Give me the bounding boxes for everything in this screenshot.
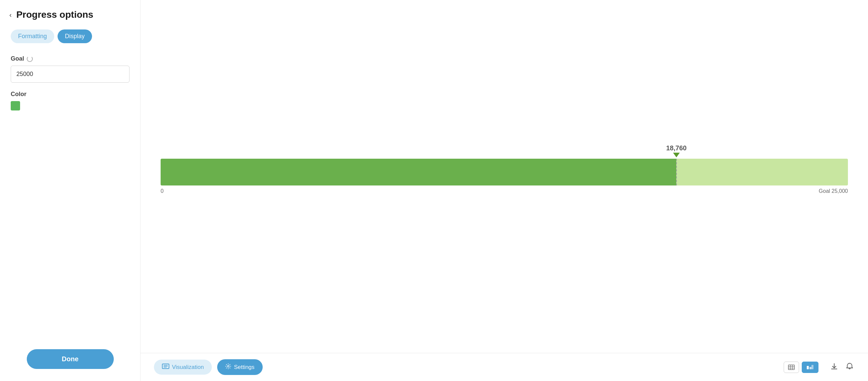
svg-rect-12 xyxy=(811,365,813,369)
visualization-label: Visualization xyxy=(172,364,204,371)
tab-display[interactable]: Display xyxy=(58,29,92,43)
axis-start-label: 0 xyxy=(161,188,164,194)
current-value-indicator: 18,760 xyxy=(666,144,687,157)
svg-point-4 xyxy=(227,365,229,367)
svg-rect-10 xyxy=(807,366,809,369)
progress-divider xyxy=(676,159,677,185)
left-panel: ‹ Progress options Formatting Display Go… xyxy=(0,0,141,381)
visualization-button[interactable]: Visualization xyxy=(154,359,212,375)
action-icons xyxy=(829,361,855,373)
svg-rect-5 xyxy=(788,365,795,370)
right-panel: 18,760 0 Goal 25,000 xyxy=(141,0,868,381)
color-field-label: Color xyxy=(11,91,129,98)
refresh-icon[interactable] xyxy=(27,56,33,62)
view-toggle-group xyxy=(784,361,818,373)
axis-labels: 0 Goal 25,000 xyxy=(161,188,848,194)
settings-icon xyxy=(225,363,231,371)
download-button[interactable] xyxy=(829,361,839,373)
table-view-button[interactable] xyxy=(784,361,799,373)
progress-bar-track xyxy=(161,159,848,185)
svg-rect-11 xyxy=(809,367,811,369)
settings-button[interactable]: Settings xyxy=(217,359,262,375)
progress-bar-fill xyxy=(161,159,676,185)
color-swatch[interactable] xyxy=(11,101,20,111)
current-value-label: 18,760 xyxy=(666,144,687,152)
visualization-icon xyxy=(162,363,169,371)
panel-header: ‹ Progress options xyxy=(0,0,140,27)
back-button[interactable]: ‹ xyxy=(9,11,12,19)
panel-body: Goal Color xyxy=(0,51,140,341)
goal-field-label: Goal xyxy=(11,55,129,62)
chart-area: 18,760 0 Goal 25,000 xyxy=(141,0,868,353)
settings-label: Settings xyxy=(234,364,254,371)
tab-row: Formatting Display xyxy=(0,27,140,51)
axis-goal-label: Goal 25,000 xyxy=(819,188,848,194)
done-button[interactable]: Done xyxy=(27,349,114,369)
arrow-down-icon xyxy=(673,153,680,157)
panel-footer: Done xyxy=(0,341,140,381)
tab-formatting[interactable]: Formatting xyxy=(11,29,54,43)
notification-button[interactable] xyxy=(844,361,855,373)
chart-view-button[interactable] xyxy=(802,361,818,373)
bottom-bar: Visualization Settings xyxy=(141,353,868,381)
goal-input[interactable] xyxy=(11,66,129,83)
page-title: Progress options xyxy=(17,9,93,20)
